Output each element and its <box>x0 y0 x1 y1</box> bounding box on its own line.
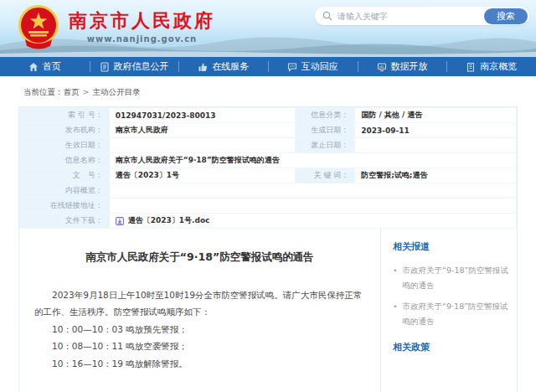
file-download-cell: 通告〔2023〕1号.doc <box>109 214 516 229</box>
related-policies-title: 相关政策 <box>393 341 508 353</box>
schedule-line-1: 10：00—10：03 鸣放预先警报； <box>34 321 365 338</box>
created-date-label: 生成日期： <box>296 123 355 138</box>
file-download-link[interactable]: 通告〔2023〕1号.doc <box>116 215 510 226</box>
article-paragraph: 2023年9月18日上午10时至10时19分全市防空警报试鸣。请广大市民保持正常… <box>34 286 365 321</box>
created-date-value: 2023-09-11 <box>355 123 517 138</box>
metadata-table: 索 引 号： 012947031/2023-80013 信息分类： 国防 / 其… <box>19 107 517 229</box>
file-download-label: 文件下载： <box>20 214 110 229</box>
nav-label: 数据开放 <box>391 60 428 73</box>
breadcrumb-separator: > <box>83 87 90 96</box>
table-row: 在线链接地址： <box>20 199 517 214</box>
breadcrumb: 当前位置：首页>主动公开目录 <box>0 76 536 106</box>
search-input[interactable] <box>338 12 484 21</box>
related-reports-list: • 市政府关于“9-18”防空警报试鸣的通告 • 市政府关于“9·18”防空警报… <box>393 263 508 329</box>
nav-item-home[interactable]: 首页 <box>0 57 90 76</box>
publisher-value: 南京市人民政府 <box>109 123 295 138</box>
article-title: 南京市人民政府关于“9·18”防空警报试鸣的通告 <box>34 250 365 265</box>
abolish-date-value <box>355 138 517 153</box>
breadcrumb-current-link[interactable]: 主动公开目录 <box>92 87 140 96</box>
site-logo-row: 南京市人民政府 www.nanjing.gov.cn <box>17 4 215 49</box>
document-container: 索 引 号： 012947031/2023-80013 信息分类： 国防 / 其… <box>18 106 518 392</box>
nav-item-interaction[interactable]: 互动回应 <box>268 57 358 76</box>
page: 南京市人民政府 www.nanjing.gov.cn 搜索 首页 政府信息公开 … <box>0 0 536 392</box>
breadcrumb-home-link[interactable]: 首页 <box>64 87 80 96</box>
keywords-label: 关 键 词： <box>296 168 355 183</box>
article: 南京市人民政府关于“9·18”防空警报试鸣的通告 2023年9月18日上午10时… <box>19 229 381 392</box>
effective-date-label: 生效日期： <box>20 138 110 153</box>
nav-item-gov-info[interactable]: 政府信息公开 <box>90 57 179 76</box>
summary-label: 内容概览： <box>20 183 110 199</box>
monitor-icon <box>377 62 387 72</box>
building-icon <box>466 62 476 72</box>
table-row: 信息名称： 南京市人民政府关于“9·18”防空警报试鸣的通告 <box>20 153 517 168</box>
nav-label: 南京概览 <box>480 60 517 73</box>
info-name-value: 南京市人民政府关于“9·18”防空警报试鸣的通告 <box>109 153 516 168</box>
site-url: www.nanjing.gov.cn <box>87 34 197 44</box>
nav-item-overview[interactable]: 南京概览 <box>446 57 536 76</box>
summary-value <box>109 183 516 199</box>
related-report-link[interactable]: • 市政府关于“9-18”防空警报试鸣的通告 <box>393 263 508 293</box>
abolish-date-label: 废止日期： <box>296 138 355 153</box>
effective-date-value <box>109 138 295 153</box>
file-download-filename: 通告〔2023〕1号.doc <box>128 215 210 226</box>
download-icon <box>116 217 124 225</box>
site-title-block: 南京市人民政府 www.nanjing.gov.cn <box>69 10 215 43</box>
search-icon <box>322 11 332 21</box>
table-row: 发布机构： 南京市人民政府 生成日期： 2023-09-11 <box>20 123 517 138</box>
nav-label: 首页 <box>43 60 61 73</box>
schedule-line-2: 10：08—10：11 鸣放空袭警报； <box>34 338 365 354</box>
table-row: 文件下载： 通告〔2023〕1号.doc <box>20 214 517 229</box>
category-label: 信息分类： <box>296 108 355 123</box>
home-icon <box>28 62 39 72</box>
national-emblem-icon <box>17 4 60 49</box>
keywords-value: 防空警报;试鸣;通告 <box>355 168 517 183</box>
table-row: 索 引 号： 012947031/2023-80013 信息分类： 国防 / 其… <box>20 108 517 123</box>
sidebar: 相关报道 • 市政府关于“9-18”防空警报试鸣的通告 • 市政府关于“9·18… <box>381 229 517 392</box>
nav-item-open-data[interactable]: 数据开放 <box>358 57 447 76</box>
nav-label: 在线服务 <box>212 60 249 73</box>
publisher-label: 发布机构： <box>20 123 110 138</box>
category-value: 国防 / 其他 / 通告 <box>355 108 517 123</box>
bullet-icon: • <box>393 299 398 329</box>
breadcrumb-prefix: 当前位置： <box>23 87 64 96</box>
main-nav: 首页 政府信息公开 在线服务 互动回应 数据开放 南京概览 <box>0 57 536 76</box>
doc-number-label: 文 号： <box>20 168 110 183</box>
bullet-icon: • <box>393 263 398 293</box>
nav-item-online-services[interactable]: 在线服务 <box>178 57 268 76</box>
nav-label: 政府信息公开 <box>114 60 169 73</box>
schedule-line-3: 10：16—10：19 鸣放解除警报。 <box>34 355 365 372</box>
online-link-label: 在线链接地址： <box>20 199 110 214</box>
online-link-value <box>109 199 516 214</box>
search-box: 搜索 <box>315 7 529 25</box>
thumb-up-icon <box>198 62 208 72</box>
info-name-label: 信息名称： <box>20 153 110 168</box>
content-row: 南京市人民政府关于“9·18”防空警报试鸣的通告 2023年9月18日上午10时… <box>19 229 517 392</box>
related-reports-title: 相关报道 <box>393 240 508 253</box>
table-row: 生效日期： 废止日期： <box>20 138 517 153</box>
doc-number-value: 通告〔2023〕1号 <box>109 168 295 183</box>
nav-label: 互动回应 <box>302 60 338 73</box>
index-number-label: 索 引 号： <box>20 108 110 123</box>
document-icon <box>100 62 110 72</box>
related-report-text: 市政府关于“9·18”防空警报试鸣的通告 <box>403 299 508 329</box>
table-row: 文 号： 通告〔2023〕1号 关 键 词： 防空警报;试鸣;通告 <box>20 168 517 183</box>
table-row: 内容概览： <box>20 183 517 199</box>
index-number-value: 012947031/2023-80013 <box>109 108 295 123</box>
search-button[interactable]: 搜索 <box>484 8 528 24</box>
related-report-text: 市政府关于“9-18”防空警报试鸣的通告 <box>403 263 508 293</box>
chat-icon <box>287 62 297 72</box>
site-header: 南京市人民政府 www.nanjing.gov.cn 搜索 <box>0 0 536 57</box>
related-report-link[interactable]: • 市政府关于“9·18”防空警报试鸣的通告 <box>393 299 508 329</box>
site-title: 南京市人民政府 <box>69 10 215 32</box>
